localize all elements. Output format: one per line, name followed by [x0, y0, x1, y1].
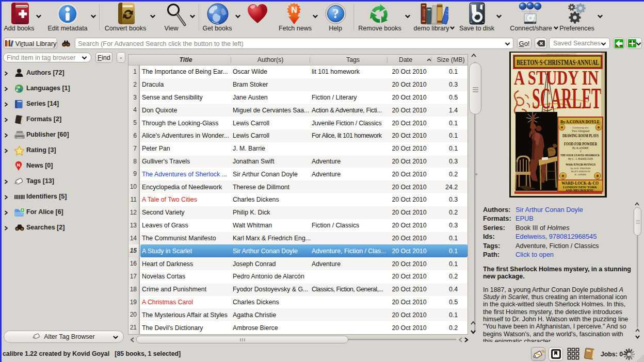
svg-text:THE FOUR LEAVED SHAMROCK: THE FOUR LEAVED SHAMROCK — [560, 153, 600, 157]
svg-text:Two Original: Two Original — [572, 129, 590, 133]
svg-text:?: ? — [332, 7, 339, 21]
svg-text:By C. J. HAMILTON: By C. J. HAMILTON — [568, 157, 593, 160]
svg-text:WARD·LOCK·&·CO: WARD·LOCK·&·CO — [561, 181, 599, 186]
svg-text:By D.H. FRISTON: By D.H. FRISTON — [571, 167, 591, 170]
svg-text:GOETHE: GOETHE — [423, 9, 426, 19]
svg-text:FOOD FOR POWDER: FOOD FOR POWDER — [564, 141, 598, 146]
svg-text:DRAWING ROOM PLAYS: DRAWING ROOM PLAYS — [562, 134, 599, 138]
svg-text:MATT STRETCH: MATT STRETCH — [571, 170, 590, 173]
svg-text:R. ANDRE: R. ANDRE — [575, 173, 587, 176]
svg-text:By A.CONAN DOYLE: By A.CONAN DOYLE — [560, 119, 600, 124]
svg-text:SCARLET: SCARLET — [532, 83, 601, 114]
svg-text:N: N — [291, 6, 297, 14]
svg-text:With ENGRAVINGS: With ENGRAVINGS — [566, 162, 595, 167]
svg-text:BEETON·S·CHRISTMAS·ANNUAL: BEETON·S·CHRISTMAS·ANNUAL — [517, 58, 599, 67]
svg-text:2: 2 — [580, 150, 582, 153]
svg-text:N: N — [17, 162, 21, 168]
